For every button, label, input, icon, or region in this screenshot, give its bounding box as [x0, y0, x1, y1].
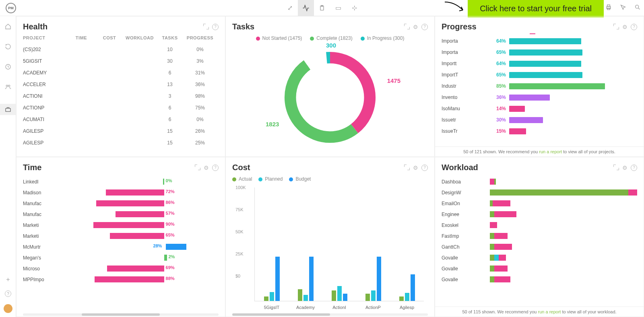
table-row[interactable]: ACCELER 13 36% [23, 78, 219, 90]
help-icon[interactable]: ? [421, 165, 428, 171]
nav-home-icon[interactable] [5, 23, 11, 31]
cta-button[interactable]: Click here to start your free trial [468, 0, 604, 17]
tool-1[interactable]: ⤢ [282, 0, 298, 16]
help-icon[interactable]: ? [5, 290, 11, 297]
workload-row[interactable]: GanttCh [442, 241, 637, 252]
avatar[interactable] [4, 304, 12, 313]
svg-rect-10 [6, 108, 10, 111]
workload-row[interactable]: EmailOn [442, 198, 637, 209]
help-icon[interactable]: ? [631, 24, 637, 30]
bar [490, 266, 637, 272]
legend-item: Budget [289, 176, 311, 182]
project-name: ACUMATI [23, 117, 67, 122]
expand-icon[interactable] [404, 24, 410, 29]
time-row[interactable]: Marketi 90% [23, 220, 219, 231]
table-row[interactable]: ACADEMY 6 31% [23, 67, 219, 78]
progress-row[interactable]: Invento 36% [442, 92, 637, 103]
help-icon[interactable]: ? [631, 165, 637, 171]
bar [116, 211, 164, 217]
tool-5[interactable]: ⊹ [346, 0, 362, 16]
time-row[interactable]: Megan's 2% [23, 252, 219, 263]
bar [96, 200, 165, 206]
bar [490, 276, 637, 282]
bar [93, 222, 164, 228]
workload-row[interactable]: Govalle [442, 263, 637, 274]
time-row[interactable]: Manufac 86% [23, 198, 219, 209]
progress-row[interactable]: ImportT 65% [442, 69, 637, 80]
time-row[interactable]: Marketi 65% [23, 231, 219, 241]
progress-row[interactable]: Importa 64% [442, 35, 637, 47]
cost-group: Academy [289, 187, 322, 301]
time-row[interactable]: MPPImpo 88% [23, 274, 219, 285]
time-row[interactable]: Madison 72% [23, 187, 219, 198]
expand-icon[interactable] [203, 24, 209, 29]
workload-row[interactable]: Govalle [442, 274, 637, 285]
cursor-icon[interactable] [620, 4, 626, 12]
nav-refresh-icon[interactable] [5, 43, 11, 51]
help-icon[interactable]: ? [421, 24, 428, 30]
gear-icon[interactable]: ⚙ [622, 165, 627, 171]
help-icon[interactable]: ? [212, 165, 219, 171]
table-row[interactable]: ACUMATI 6 0% [23, 113, 219, 125]
time-row[interactable]: Microso 69% [23, 263, 219, 274]
table-row[interactable]: AGILESP 15 26% [23, 125, 219, 137]
scrollbar[interactable] [23, 313, 219, 316]
run-report-link[interactable]: run a report [539, 149, 562, 154]
progress-row[interactable]: Issuetr 30% [442, 114, 637, 126]
progress-rows: Importa 64% Importa 65% Importt 64% Impo… [442, 35, 637, 153]
workload-row[interactable]: DesignW [442, 187, 637, 198]
bar [110, 233, 164, 239]
time-row[interactable]: LinkedI 0% [23, 176, 219, 187]
workload-row[interactable]: Dashboa [442, 176, 637, 187]
table-row[interactable]: ACTIONI 3 98% [23, 90, 219, 102]
panel-health: Health ? PROJECTTIMECOSTWORKLOADTASKSPRO… [16, 16, 225, 157]
expand-icon[interactable] [404, 165, 410, 170]
tool-4[interactable]: ▭ [330, 0, 346, 16]
panel-progress: Progress ⚙? Importa 64% Importa 65% Impo… [435, 16, 644, 157]
gear-icon[interactable]: ⚙ [204, 165, 209, 171]
nav-people-icon[interactable] [5, 84, 11, 92]
logo[interactable]: PM [6, 3, 16, 13]
workload-row[interactable]: FastImp [442, 231, 637, 241]
workload-row[interactable]: Govalle [442, 252, 637, 263]
workload-row[interactable]: Exoskel [442, 220, 637, 231]
nav-briefcase-icon[interactable] [0, 104, 16, 115]
time-row[interactable]: McMurtr 28% [23, 241, 219, 252]
table-row[interactable]: ACTIONP 6 75% [23, 102, 219, 113]
progress-row[interactable]: Importt 64% [442, 58, 637, 69]
gear-icon[interactable]: ⚙ [413, 24, 418, 30]
project-name: (CS)202 [23, 47, 67, 52]
nav-clock-icon[interactable] [5, 64, 11, 72]
tasks-donut: 300 1475 1823 [278, 45, 382, 150]
gear-icon[interactable]: ⚙ [622, 24, 627, 30]
print-icon[interactable] [605, 4, 612, 12]
workload-row[interactable]: Enginee [442, 209, 637, 220]
help-icon[interactable]: ? [212, 24, 219, 30]
bar [490, 200, 637, 206]
search-icon[interactable] [634, 4, 641, 12]
tool-clipboard-icon[interactable] [314, 0, 330, 16]
expand-icon[interactable] [613, 165, 619, 170]
bar [163, 179, 164, 185]
table-row[interactable]: (CS)202 10 0% [23, 43, 219, 55]
bar [509, 49, 582, 56]
scrollbar[interactable] [232, 313, 428, 316]
panel-cost: Cost ⚙? ActualPlannedBudget 100K75K50K25… [225, 157, 435, 317]
progress-row[interactable]: IssueTr 15% [442, 126, 637, 137]
time-row[interactable]: Manufac 57% [23, 209, 219, 220]
expand-icon[interactable] [195, 165, 200, 170]
table-row[interactable]: 5GIGSIT 30 3% [23, 55, 219, 67]
progress-row[interactable]: IsoManu 14% [442, 103, 637, 114]
expand-icon[interactable] [613, 24, 619, 29]
gear-icon[interactable]: ⚙ [413, 165, 418, 171]
svg-point-9 [8, 85, 10, 86]
panel-title-health: Health [23, 22, 203, 31]
run-report-link[interactable]: run a report [538, 309, 561, 314]
progress-row[interactable]: Importa 65% [442, 47, 637, 58]
add-icon[interactable]: + [6, 276, 10, 283]
bar [509, 61, 581, 67]
legend-item: Not Started (1475) [256, 35, 302, 41]
tool-pulse-icon[interactable] [298, 0, 314, 16]
table-row[interactable]: AGILESP 15 25% [23, 137, 219, 148]
progress-row[interactable]: Industr 85% [442, 80, 637, 92]
